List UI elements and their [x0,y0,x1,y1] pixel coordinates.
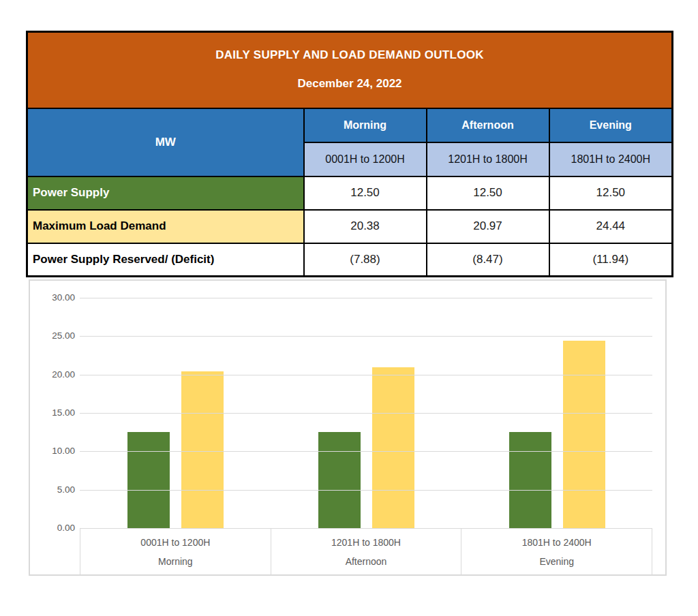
bar-chart: 0001H to 1200HMorning1201H to 1800HAfter… [29,279,667,576]
x-axis-label-cell: 0001H to 1200HMorning [80,529,271,575]
max-load-evening-value: 24.44 [549,210,673,243]
x-axis-period-label: Morning [158,556,193,567]
table-row: Power Supply 12.50 12.50 12.50 [27,176,673,210]
reserve-morning-value: (7.88) [304,243,427,277]
hours-header-evening: 1801H to 2400H [549,142,673,176]
y-axis-tick-label: 30.00 [35,292,75,303]
y-axis-tick-label: 10.00 [35,446,75,457]
table-row: Maximum Load Demand 20.38 20.97 24.44 [27,210,673,243]
hours-header-morning: 0001H to 1200H [304,142,427,176]
bar-maximum-load-demand [181,371,224,528]
bar-power-supply [127,432,170,528]
column-header-morning: Morning [304,108,427,142]
table-row: Power Supply Reserved/ (Deficit) (7.88) … [27,243,673,277]
y-axis-tick-label: 20.00 [35,369,75,380]
bar-power-supply [509,432,551,528]
column-header-evening: Evening [549,108,673,142]
max-load-afternoon-value: 20.97 [427,210,549,243]
unit-header-cell: MW [27,108,304,176]
x-axis-period-label: Afternoon [346,556,387,567]
power-supply-evening-value: 12.50 [549,176,673,210]
x-axis-hours-label: 1201H to 1800H [331,537,401,548]
row-label-reserve-deficit: Power Supply Reserved/ (Deficit) [27,243,304,277]
report-title: DAILY SUPPLY AND LOAD DEMAND OUTLOOK [28,48,671,62]
max-load-morning-value: 20.38 [304,210,427,243]
bar-power-supply [318,432,361,528]
report-date: December 24, 2022 [28,77,671,91]
x-axis-period-label: Evening [539,556,574,567]
gridline [80,490,652,491]
x-axis-label-cell: 1201H to 1800HAfternoon [271,529,461,575]
gridline [80,336,652,337]
power-supply-morning-value: 12.50 [304,176,427,210]
x-axis-hours-label: 0001H to 1200H [140,537,210,548]
bar-maximum-load-demand [563,341,605,528]
table-header: DAILY SUPPLY AND LOAD DEMAND OUTLOOK Dec… [27,32,673,108]
y-axis-tick-label: 0.00 [35,523,75,534]
x-axis-label-cell: 1801H to 2400HEvening [461,529,652,575]
x-axis-label-box: 0001H to 1200HMorning1201H to 1800HAfter… [80,528,652,576]
plot-area [80,298,652,528]
y-axis-tick-label: 15.00 [35,407,75,418]
gridline [80,375,652,375]
hours-header-afternoon: 1201H to 1800H [427,142,549,176]
supply-demand-table: DAILY SUPPLY AND LOAD DEMAND OUTLOOK Dec… [26,31,673,277]
bar-maximum-load-demand [372,367,414,528]
gridline [80,298,652,298]
gridline [80,413,652,414]
page: DAILY SUPPLY AND LOAD DEMAND OUTLOOK Dec… [0,0,698,616]
row-label-max-load-demand: Maximum Load Demand [27,210,304,243]
row-label-power-supply: Power Supply [27,176,304,210]
power-supply-afternoon-value: 12.50 [427,176,549,210]
column-header-afternoon: Afternoon [427,108,549,142]
y-axis-tick-label: 5.00 [35,484,75,495]
x-axis-hours-label: 1801H to 2400H [522,537,592,548]
y-axis-tick-label: 25.00 [35,330,75,341]
gridline [80,451,652,452]
reserve-afternoon-value: (8.47) [427,243,549,277]
reserve-evening-value: (11.94) [549,243,673,277]
